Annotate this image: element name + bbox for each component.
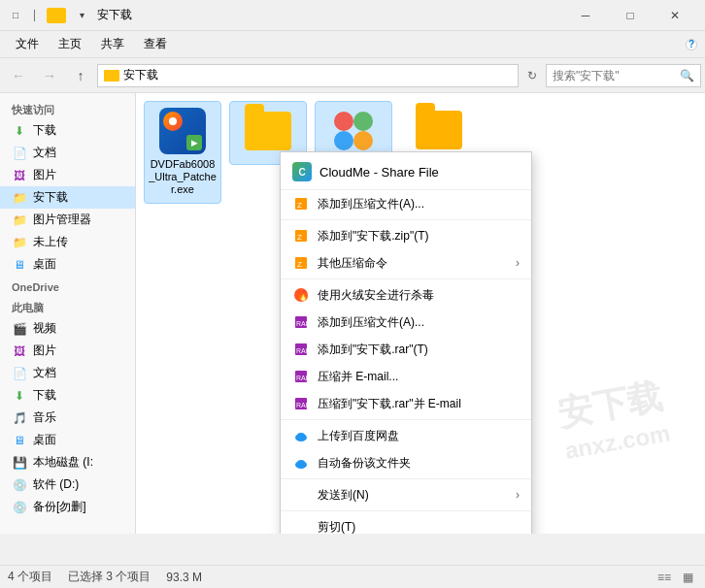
file2-icon: [245, 108, 291, 154]
cm-item-add-rar-t[interactable]: RAR 添加到"安下载.rar"(T): [281, 336, 531, 363]
address-bar[interactable]: 安下载: [97, 64, 519, 87]
cm-title: CloudMe - Share File: [319, 165, 439, 180]
sidebar-section-pc: 此电脑: [0, 295, 135, 317]
sidebar-label-pictures: 图片: [33, 167, 56, 183]
downloads-icon: ⬇: [12, 123, 27, 139]
sidebar-label-music: 音乐: [33, 409, 56, 426]
cm-item-antivirus[interactable]: 🔥 使用火绒安全进行杀毒: [281, 281, 531, 309]
sidebar-label-backup: 备份[勿删]: [33, 499, 86, 515]
svg-text:RAR: RAR: [296, 347, 309, 354]
cm-item-compress-email[interactable]: RAR 压缩并 E-mail...: [281, 363, 531, 390]
sidebar-label-anxz: 安下载: [33, 189, 68, 206]
sidebar-item-pictures[interactable]: 🖼 图片: [0, 164, 135, 186]
cm-item-add-zip[interactable]: Z 添加到压缩文件(A)...: [281, 190, 531, 220]
cm-cloud1-icon: [292, 427, 310, 444]
cm-label-antivirus: 使用火绒安全进行杀毒: [318, 287, 434, 304]
maximize-button[interactable]: □: [608, 0, 653, 31]
watermark-line1: 安下载: [554, 373, 667, 438]
watermark: 安下载 anxz.com: [554, 373, 672, 465]
refresh-button[interactable]: ↻: [520, 64, 544, 87]
cm-item-cut[interactable]: 剪切(T): [281, 513, 531, 534]
cm-item-add-zip-t[interactable]: Z 添加到"安下载.zip"(T): [281, 222, 531, 249]
cm-item-sendto[interactable]: 发送到(N) ›: [281, 481, 531, 511]
sidebar-item-pictures2[interactable]: 🖼 图片: [0, 340, 135, 362]
sidebar-label-docs: 文档: [33, 145, 56, 161]
minimize-button[interactable]: ─: [563, 0, 608, 31]
grid-view-button[interactable]: ▦: [678, 568, 697, 587]
cm-item-other[interactable]: Z 其他压缩命令 ›: [281, 249, 531, 279]
svg-text:Z: Z: [297, 233, 302, 242]
sidebar-item-picmanager[interactable]: 📁 图片管理器: [0, 209, 135, 231]
unuploaded-icon: 📁: [12, 235, 27, 250]
desktop2-icon: 🖥: [12, 433, 27, 448]
cm-item-rar-email[interactable]: RAR 压缩到"安下载.rar"并 E-mail: [281, 390, 531, 420]
status-bar: 4 个项目 已选择 3 个项目 93.3 M ≡≡ ▦: [0, 565, 705, 588]
sidebar-label-picmanager: 图片管理器: [33, 212, 91, 228]
docs-icon: 📄: [12, 146, 27, 161]
cm-zip3-icon: Z: [292, 254, 310, 272]
file-item-dvdfab[interactable]: ▶ DVDFab6008_Ultra_Patcher.exe: [144, 101, 221, 204]
sidebar-item-desktop1[interactable]: 🖥 桌面: [0, 253, 135, 276]
cm-rar2-icon: RAR: [292, 341, 310, 358]
sidebar-item-downloads[interactable]: ⬇ 下载: [0, 119, 135, 142]
sidebar-label-downloads2: 下载: [33, 387, 56, 404]
docs2-icon: 📄: [12, 366, 27, 381]
sidebar-item-desktop2[interactable]: 🖥 桌面: [0, 429, 135, 451]
up-button[interactable]: ↑: [66, 62, 95, 89]
cm-label-sendto: 发送到(N): [318, 487, 369, 504]
sidebar-item-video[interactable]: 🎬 视频: [0, 317, 135, 340]
cm-arrow-other: ›: [516, 256, 520, 270]
sidebar-item-softwared[interactable]: 💿 软件 (D:): [0, 474, 135, 496]
pictures2-icon: 🖼: [12, 343, 27, 359]
menu-bar: 文件 主页 共享 查看 ?: [0, 31, 705, 58]
sidebar-label-unuploaded: 未上传: [33, 234, 68, 250]
forward-button[interactable]: →: [35, 62, 64, 89]
menu-share[interactable]: 共享: [93, 32, 132, 56]
close-button[interactable]: ✕: [653, 0, 697, 31]
picmanager-icon: 📁: [12, 212, 27, 228]
sidebar-item-docs[interactable]: 📄 文档: [0, 142, 135, 164]
sidebar-item-unuploaded[interactable]: 📁 未上传: [0, 231, 135, 253]
sidebar-label-desktop2: 桌面: [33, 432, 56, 448]
menu-file[interactable]: 文件: [8, 32, 47, 56]
sidebar-item-music[interactable]: 🎵 音乐: [0, 407, 135, 429]
cm-header: C CloudMe - Share File: [281, 154, 531, 190]
cm-item-add-rar[interactable]: RAR 添加到压缩文件(A)...: [281, 309, 531, 336]
desktop1-icon: 🖥: [12, 257, 27, 273]
title-folder-icon: [47, 8, 66, 23]
cm-item-auto-backup[interactable]: 自动备份该文件夹: [281, 449, 531, 479]
back-button[interactable]: ←: [4, 62, 33, 89]
sidebar-item-localdisk[interactable]: 💾 本地磁盘 (I:: [0, 451, 135, 474]
cloudme-icon: C: [292, 162, 312, 181]
svg-text:RAR: RAR: [296, 402, 309, 408]
sidebar-item-downloads2[interactable]: ⬇ 下载: [0, 384, 135, 407]
cm-label-add-rar: 添加到压缩文件(A)...: [318, 314, 424, 331]
cm-cut-icon: [292, 518, 310, 534]
help-icon[interactable]: ?: [686, 39, 697, 50]
softwared-icon: 💿: [12, 477, 27, 493]
cm-fire-icon: 🔥: [292, 286, 310, 304]
search-box[interactable]: 🔍: [546, 64, 701, 87]
file-size: 93.3 M: [166, 571, 202, 584]
sidebar-item-backup[interactable]: 💿 备份[勿删]: [0, 496, 135, 518]
cm-label-auto-backup: 自动备份该文件夹: [318, 455, 411, 472]
menu-view[interactable]: 查看: [136, 32, 175, 56]
main-layout: 快速访问 ⬇ 下载 📄 文档 🖼 图片 📁 安下载 📁 图片管理器 📁 未上传 …: [0, 93, 705, 534]
title-dropdown[interactable]: ▾: [74, 8, 89, 23]
svg-point-19: [297, 460, 305, 466]
svg-point-17: [297, 433, 305, 439]
sidebar-label-pictures2: 图片: [33, 343, 56, 359]
sidebar-item-anxz[interactable]: 📁 安下载: [0, 186, 135, 209]
cm-label-cut: 剪切(T): [318, 519, 355, 535]
cm-rar3-icon: RAR: [292, 368, 310, 385]
anxz-folder-icon: 📁: [12, 190, 27, 206]
sidebar-item-docs2[interactable]: 📄 文档: [0, 362, 135, 384]
dvdfab-icon: ▶: [159, 108, 206, 154]
list-view-button[interactable]: ≡≡: [655, 568, 674, 587]
file3-icon: [330, 108, 377, 154]
menu-home[interactable]: 主页: [50, 32, 89, 56]
svg-text:RAR: RAR: [296, 320, 309, 327]
search-input[interactable]: [553, 69, 680, 82]
cm-zip-icon: Z: [292, 195, 310, 212]
cm-item-upload-baidu[interactable]: 上传到百度网盘: [281, 422, 531, 449]
